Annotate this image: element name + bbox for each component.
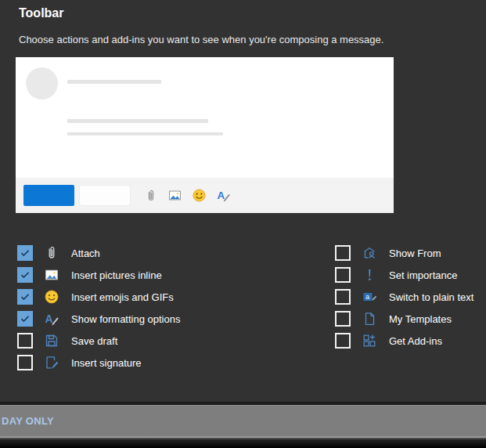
toolbar-option-insert-pictures-inline[interactable]: Insert pictures inline	[17, 264, 180, 286]
toolbar-option-my-templates[interactable]: My Templates	[335, 308, 473, 330]
templates-icon	[362, 311, 377, 327]
check-icon	[20, 249, 30, 257]
option-checkbox[interactable]	[335, 311, 351, 327]
toolbar-option-insert-emojis-and-gifs[interactable]: Insert emojis and GIFs	[17, 286, 180, 308]
compose-preview-toolbar: A	[16, 178, 394, 213]
day-only-button[interactable]: DAY ONLY	[2, 415, 54, 427]
addins-icon	[362, 333, 377, 349]
option-checkbox[interactable]	[17, 245, 33, 261]
option-label: Set importance	[389, 269, 457, 281]
toolbar-option-show-formatting-options[interactable]: Show formatting options	[17, 308, 180, 330]
importance-icon	[362, 267, 377, 283]
signature-icon	[44, 355, 59, 370]
option-label: Get Add-ins	[389, 335, 442, 347]
background-window-bar: DAY ONLY	[0, 405, 486, 436]
preview-toolbar-icons: A	[144, 188, 231, 203]
placeholder-line	[67, 119, 208, 123]
option-label: Show From	[389, 247, 441, 259]
option-label: Attach	[71, 247, 100, 259]
paperclip-icon	[44, 245, 59, 261]
option-label: My Templates	[389, 313, 452, 325]
option-label: Save draft	[71, 335, 117, 347]
show-from-icon	[362, 245, 377, 261]
option-label: Insert pictures inline	[71, 269, 162, 281]
option-label: Insert emojis and GIFs	[71, 291, 174, 303]
toolbar-settings-panel: Toolbar Choose actions and add-ins you w…	[0, 0, 486, 448]
options-column-right: Show From Set importance Switch to plain…	[335, 242, 473, 352]
toolbar-option-get-add-ins[interactable]: Get Add-ins	[335, 330, 473, 352]
option-checkbox[interactable]	[335, 289, 351, 305]
discard-button-preview	[80, 186, 130, 205]
check-icon	[20, 315, 30, 323]
option-checkbox[interactable]	[335, 333, 351, 349]
formatting-icon: A	[216, 188, 231, 203]
option-label: Insert signature	[71, 357, 142, 369]
option-checkbox[interactable]	[17, 355, 33, 370]
emoji-icon	[44, 289, 59, 305]
toolbar-option-switch-to-plain-text[interactable]: Switch to plain text	[335, 286, 473, 308]
avatar	[26, 67, 58, 99]
toolbar-option-attach[interactable]: Attach	[17, 242, 180, 264]
option-checkbox[interactable]	[17, 267, 33, 283]
toolbar-option-show-from[interactable]: Show From	[335, 242, 473, 264]
option-checkbox[interactable]	[17, 333, 33, 349]
page-description: Choose actions and add-ins you want to s…	[19, 34, 383, 45]
placeholder-line	[67, 132, 223, 135]
compose-preview-card: A	[16, 57, 394, 213]
emoji-icon	[192, 188, 207, 203]
option-checkbox[interactable]	[335, 245, 351, 261]
placeholder-line	[67, 80, 161, 84]
save-icon	[44, 333, 59, 349]
svg-text:A: A	[217, 190, 225, 201]
toolbar-option-insert-signature[interactable]: Insert signature	[17, 352, 180, 374]
picture-icon	[167, 188, 182, 203]
send-button-preview	[23, 185, 74, 206]
options-column-left: Attach Insert pictures inline Insert emo…	[17, 242, 180, 374]
option-checkbox[interactable]	[17, 289, 33, 305]
toolbar-option-save-draft[interactable]: Save draft	[17, 330, 180, 352]
toolbar-option-set-importance[interactable]: Set importance	[335, 264, 473, 286]
plain-text-icon	[362, 289, 377, 305]
option-label: Switch to plain text	[389, 291, 473, 303]
paperclip-icon	[144, 189, 158, 203]
check-icon	[20, 271, 30, 279]
check-icon	[20, 293, 30, 301]
option-checkbox[interactable]	[17, 311, 33, 327]
formatting-icon	[44, 311, 59, 327]
option-label: Show formatting options	[71, 313, 180, 325]
picture-icon	[44, 267, 59, 283]
background-window-strip	[0, 439, 486, 448]
option-checkbox[interactable]	[335, 267, 351, 283]
page-title: Toolbar	[19, 6, 63, 20]
